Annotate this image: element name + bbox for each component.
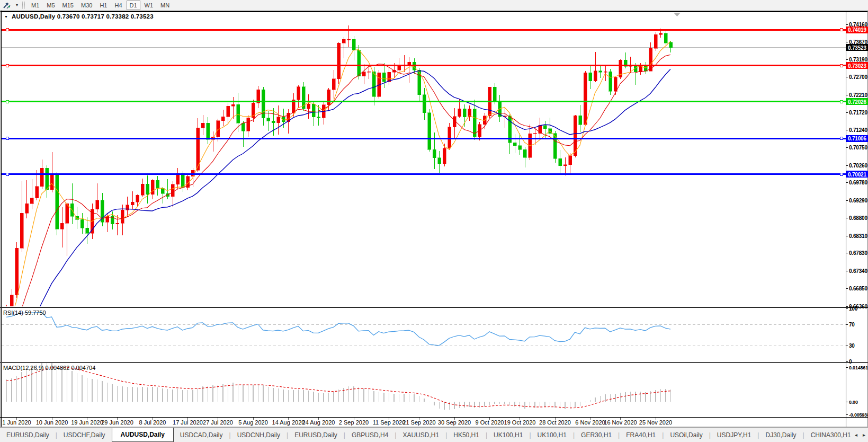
rsi-label: RSI(14) 59.7750 — [3, 310, 46, 316]
collapse-icon: ▼ — [4, 15, 8, 19]
svg-text:1 Jun 2020: 1 Jun 2020 — [2, 419, 31, 426]
price-label-0.73523: 0.73523 — [846, 44, 868, 51]
svg-text:0.72700: 0.72700 — [849, 74, 867, 80]
svg-text:21 Sep 2020: 21 Sep 2020 — [402, 419, 435, 426]
svg-text:14 Aug 2020: 14 Aug 2020 — [272, 419, 305, 426]
chart-title: ▼AUDUSD,Daily 0.73670 0.73717 0.73382 0.… — [4, 13, 154, 20]
chart-tab-XAUUSD-H1[interactable]: XAUUSD,H1 — [396, 428, 445, 442]
tab-scroll-left-icon[interactable]: ◂ — [852, 432, 860, 438]
chart-tab-USDJPY-H1[interactable]: USDJPY,H1 — [711, 428, 757, 442]
toolbar-grip[interactable] — [22, 2, 25, 9]
svg-text:0.71240: 0.71240 — [849, 127, 867, 133]
svg-text:11 Sep 2020: 11 Sep 2020 — [373, 419, 406, 426]
svg-text:0.68800: 0.68800 — [849, 215, 867, 221]
svg-text:24 Aug 2020: 24 Aug 2020 — [302, 419, 335, 426]
svg-text:0.70021: 0.70021 — [848, 172, 866, 178]
chart-tabbar: EURUSD,Daily|USDCHF,DailyAUDUSD,DailyUSD… — [0, 427, 868, 442]
timeframe-button-M5[interactable]: M5 — [43, 1, 58, 10]
svg-text:-0.005938: -0.005938 — [849, 412, 868, 418]
svg-text:0.73190: 0.73190 — [849, 57, 867, 63]
svg-text:30: 30 — [849, 343, 855, 349]
chart-tab-HK50-H1[interactable]: HK50,H1 — [447, 428, 486, 442]
svg-text:0.74019: 0.74019 — [848, 27, 866, 33]
svg-text:0.00: 0.00 — [849, 400, 858, 405]
svg-text:16 Nov 2020: 16 Nov 2020 — [604, 419, 637, 426]
price-label-0.73023: 0.73023 — [846, 62, 868, 69]
timeframe-button-H1[interactable]: H1 — [96, 1, 110, 10]
svg-text:0.70750: 0.70750 — [849, 145, 867, 151]
chart-mode-dropdown-icon[interactable]: ▾ — [14, 3, 20, 7]
price-label-0.72026: 0.72026 — [846, 98, 868, 105]
timeframe-button-M1[interactable]: M1 — [28, 1, 42, 10]
chart-tab-USDCNH-Daily[interactable]: USDCNH,Daily — [231, 428, 287, 442]
horizontal-line-0.70021[interactable] — [2, 173, 846, 175]
svg-text:0.67830: 0.67830 — [849, 250, 867, 256]
svg-text:25 Nov 2020: 25 Nov 2020 — [639, 419, 672, 426]
svg-text:17 Jul 2020: 17 Jul 2020 — [173, 419, 203, 426]
svg-text:100: 100 — [849, 306, 858, 312]
svg-text:5 Aug 2020: 5 Aug 2020 — [238, 419, 268, 426]
chart-tab-EURUSD-Daily[interactable]: EURUSD,Daily — [0, 428, 56, 442]
svg-text:0.014861: 0.014861 — [849, 365, 868, 370]
svg-text:0.69780: 0.69780 — [849, 180, 867, 185]
price-label-0.71006: 0.71006 — [846, 135, 868, 142]
timeframe-toolbar: ▾ M1M5M15M30H1H4D1W1MN — [0, 0, 868, 11]
chart-tab-GER30-H1[interactable]: GER30,H1 — [575, 428, 618, 442]
chart-tab-FRA40-H1[interactable]: FRA40,H1 — [620, 428, 662, 442]
chart-tab-EURUSD-Daily[interactable]: EURUSD,Daily — [288, 428, 344, 442]
timeframe-button-M15[interactable]: M15 — [59, 1, 77, 10]
chart-tab-DJ30-Daily[interactable]: DJ30,Daily — [759, 428, 802, 442]
chart-tab-UK100-H1[interactable]: UK100,H1 — [531, 428, 573, 442]
svg-text:70: 70 — [849, 322, 855, 328]
svg-text:0.66850: 0.66850 — [849, 286, 867, 291]
chart-canvas[interactable]: ▼AUDUSD,Daily 0.73670 0.73717 0.73382 0.… — [0, 11, 868, 427]
tab-scroll-right-icon[interactable]: ▸ — [860, 432, 868, 438]
svg-text:9 Oct 2020: 9 Oct 2020 — [476, 419, 504, 426]
timeframe-button-MN[interactable]: MN — [157, 1, 173, 10]
chart-tab-GBPUSD-H4[interactable]: GBPUSD,H4 — [345, 428, 395, 442]
svg-text:0.72026: 0.72026 — [848, 99, 866, 105]
svg-text:2 Sep 2020: 2 Sep 2020 — [339, 419, 369, 426]
chart-background — [0, 11, 868, 427]
svg-text:19 Jun 2020: 19 Jun 2020 — [71, 419, 103, 426]
svg-text:29 Jun 2020: 29 Jun 2020 — [101, 419, 133, 426]
chart-mode-icon[interactable] — [1, 1, 14, 10]
svg-text:0.68310: 0.68310 — [849, 233, 867, 239]
chart-tab-USOil-Daily[interactable]: USOil,Daily — [664, 428, 709, 442]
svg-text:0.73023: 0.73023 — [848, 63, 866, 69]
svg-text:30 Sep 2020: 30 Sep 2020 — [438, 419, 471, 426]
timeframe-button-D1[interactable]: D1 — [127, 1, 140, 10]
svg-text:10 Jun 2020: 10 Jun 2020 — [36, 419, 68, 426]
svg-text:28 Oct 2020: 28 Oct 2020 — [539, 419, 571, 426]
macd-label: MACD(12,26,9) 0.004862 0.004704 — [3, 365, 95, 371]
svg-text:0.73523: 0.73523 — [848, 45, 866, 51]
chart-tab-UK100-H1[interactable]: UK100,H1 — [487, 428, 529, 442]
svg-text:0.69290: 0.69290 — [849, 198, 867, 204]
svg-text:6 Nov 2020: 6 Nov 2020 — [575, 419, 605, 426]
timeframe-button-M30[interactable]: M30 — [78, 1, 95, 10]
chart-tab-USDCHF-Daily[interactable]: USDCHF,Daily — [57, 428, 112, 442]
svg-text:0.72210: 0.72210 — [849, 92, 867, 98]
svg-text:0: 0 — [849, 359, 852, 365]
svg-text:8 Jul 2020: 8 Jul 2020 — [139, 419, 166, 426]
svg-text:AUDUSD,Daily 0.73670 0.7371: AUDUSD,Daily 0.73670 0.73717 0.73382 0.7… — [12, 13, 154, 20]
svg-text:0.67340: 0.67340 — [849, 268, 867, 274]
price-label-0.74019: 0.74019 — [846, 26, 868, 33]
mt4-window: ▾ M1M5M15M30H1H4D1W1MN ▼AUDUSD,Daily 0.7… — [0, 0, 868, 442]
timeframe-button-W1[interactable]: W1 — [141, 1, 157, 10]
chart-tab-USDCAD-Daily[interactable]: USDCAD,Daily — [174, 428, 229, 442]
timeframe-button-H4[interactable]: H4 — [111, 1, 125, 10]
svg-text:19 Oct 2020: 19 Oct 2020 — [504, 419, 536, 426]
svg-text:27 Jul 2020: 27 Jul 2020 — [203, 419, 233, 426]
price-label-0.70021: 0.70021 — [846, 171, 868, 178]
chart-tab-AUDUSD-Daily[interactable]: AUDUSD,Daily — [112, 428, 174, 442]
svg-text:0.71006: 0.71006 — [848, 136, 866, 142]
svg-text:0.70260: 0.70260 — [849, 163, 867, 169]
chart-tab-CHINA300-H1[interactable]: CHINA300,H1 — [804, 428, 852, 442]
svg-text:0.71720: 0.71720 — [849, 110, 867, 116]
